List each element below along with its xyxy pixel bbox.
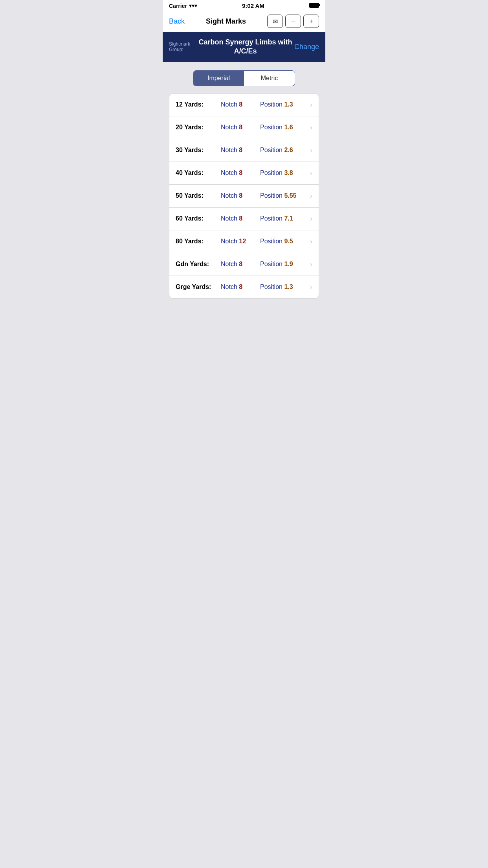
distance-label: 50 Yards: xyxy=(176,192,221,199)
position-value: Position 1.9 xyxy=(260,261,307,268)
notch-value: Notch 8 xyxy=(221,101,260,108)
group-banner: Sightmark Group: Carbon Synergy Limbs wi… xyxy=(163,32,325,62)
chevron-right-icon: › xyxy=(310,260,312,268)
distance-label: 12 Yards: xyxy=(176,101,221,108)
chevron-right-icon: › xyxy=(310,283,312,291)
email-icon: ✉ xyxy=(273,18,278,25)
notch-number: 8 xyxy=(239,215,242,222)
chevron-right-icon: › xyxy=(310,215,312,223)
position-number: 9.5 xyxy=(284,238,293,245)
unit-toggle-wrap: Imperial Metric xyxy=(163,70,325,86)
position-value: Position 7.1 xyxy=(260,215,307,222)
notch-number: 8 xyxy=(239,192,242,199)
table-row[interactable]: 80 Yards: Notch 12 Position 9.5 › xyxy=(169,230,319,253)
notch-number: 8 xyxy=(239,147,242,153)
notch-number: 12 xyxy=(239,238,246,245)
table-row[interactable]: 40 Yards: Notch 8 Position 3.8 › xyxy=(169,162,319,185)
position-number: 1.3 xyxy=(284,101,293,108)
plus-icon: + xyxy=(309,18,313,25)
table-row[interactable]: 50 Yards: Notch 8 Position 5.55 › xyxy=(169,185,319,208)
battery-icon xyxy=(309,3,319,9)
notch-number: 8 xyxy=(239,101,242,108)
nav-actions: ✉ − + xyxy=(267,15,319,28)
position-number: 1.3 xyxy=(284,283,293,290)
table-row[interactable]: 60 Yards: Notch 8 Position 7.1 › xyxy=(169,208,319,230)
position-value: Position 1.3 xyxy=(260,101,307,108)
chevron-right-icon: › xyxy=(310,237,312,246)
banner-inner: Sightmark Group: Carbon Synergy Limbs wi… xyxy=(169,38,319,56)
back-button[interactable]: Back xyxy=(169,17,185,26)
imperial-option[interactable]: Imperial xyxy=(193,71,244,86)
position-number: 1.6 xyxy=(284,124,293,131)
chevron-right-icon: › xyxy=(310,101,312,109)
position-value: Position 5.55 xyxy=(260,192,307,199)
change-button[interactable]: Change xyxy=(294,43,319,51)
carrier-info: Carrier ▾▾▾ xyxy=(169,3,197,9)
table-row[interactable]: Gdn Yards: Notch 8 Position 1.9 › xyxy=(169,253,319,276)
unit-toggle[interactable]: Imperial Metric xyxy=(193,70,295,86)
position-number: 3.8 xyxy=(284,169,293,176)
chevron-right-icon: › xyxy=(310,192,312,200)
notch-value: Notch 8 xyxy=(221,147,260,154)
sightmark-label-line2: Group: xyxy=(169,47,196,52)
page-title: Sight Marks xyxy=(206,17,246,26)
distance-label: 80 Yards: xyxy=(176,238,221,245)
notch-value: Notch 12 xyxy=(221,238,260,245)
minus-icon: − xyxy=(291,18,295,25)
notch-number: 8 xyxy=(239,124,242,131)
sightmark-label-line1: Sightmark xyxy=(169,41,196,47)
position-value: Position 1.3 xyxy=(260,283,307,291)
group-label-section: Sightmark Group: xyxy=(169,41,196,52)
distance-label: 60 Yards: xyxy=(176,215,221,222)
metric-option[interactable]: Metric xyxy=(244,71,295,86)
chevron-right-icon: › xyxy=(310,146,312,154)
notch-value: Notch 8 xyxy=(221,283,260,291)
carrier-label: Carrier xyxy=(169,3,187,9)
wifi-icon: ▾▾▾ xyxy=(189,3,197,9)
notch-number: 8 xyxy=(239,283,242,290)
notch-value: Notch 8 xyxy=(221,215,260,222)
table-row[interactable]: 20 Yards: Notch 8 Position 1.6 › xyxy=(169,116,319,139)
position-number: 7.1 xyxy=(284,215,293,222)
status-bar: Carrier ▾▾▾ 9:02 AM xyxy=(163,0,325,11)
sight-marks-list: 12 Yards: Notch 8 Position 1.3 › 20 Yard… xyxy=(169,93,319,299)
distance-label: 20 Yards: xyxy=(176,124,221,131)
chevron-right-icon: › xyxy=(310,169,312,177)
notch-value: Notch 8 xyxy=(221,261,260,268)
distance-label: Grge Yards: xyxy=(176,283,221,291)
notch-number: 8 xyxy=(239,261,242,267)
position-number: 2.6 xyxy=(284,147,293,153)
chevron-right-icon: › xyxy=(310,123,312,132)
notch-value: Notch 8 xyxy=(221,192,260,199)
minus-button[interactable]: − xyxy=(285,15,301,28)
distance-label: 40 Yards: xyxy=(176,169,221,177)
position-value: Position 2.6 xyxy=(260,147,307,154)
position-value: Position 9.5 xyxy=(260,238,307,245)
notch-number: 8 xyxy=(239,169,242,176)
notch-value: Notch 8 xyxy=(221,124,260,131)
distance-label: 30 Yards: xyxy=(176,147,221,154)
table-row[interactable]: Grge Yards: Notch 8 Position 1.3 › xyxy=(169,276,319,298)
table-row[interactable]: 12 Yards: Notch 8 Position 1.3 › xyxy=(169,94,319,116)
position-value: Position 3.8 xyxy=(260,169,307,177)
nav-bar: Back Sight Marks ✉ − + xyxy=(163,11,325,32)
distance-label: Gdn Yards: xyxy=(176,261,221,268)
position-number: 5.55 xyxy=(284,192,296,199)
table-row[interactable]: 30 Yards: Notch 8 Position 2.6 › xyxy=(169,139,319,162)
position-number: 1.9 xyxy=(284,261,293,267)
notch-value: Notch 8 xyxy=(221,169,260,177)
plus-button[interactable]: + xyxy=(303,15,319,28)
group-name: Carbon Synergy Limbs with A/C/Es xyxy=(196,38,294,56)
status-time: 9:02 AM xyxy=(242,2,264,9)
email-button[interactable]: ✉ xyxy=(267,15,283,28)
position-value: Position 1.6 xyxy=(260,124,307,131)
